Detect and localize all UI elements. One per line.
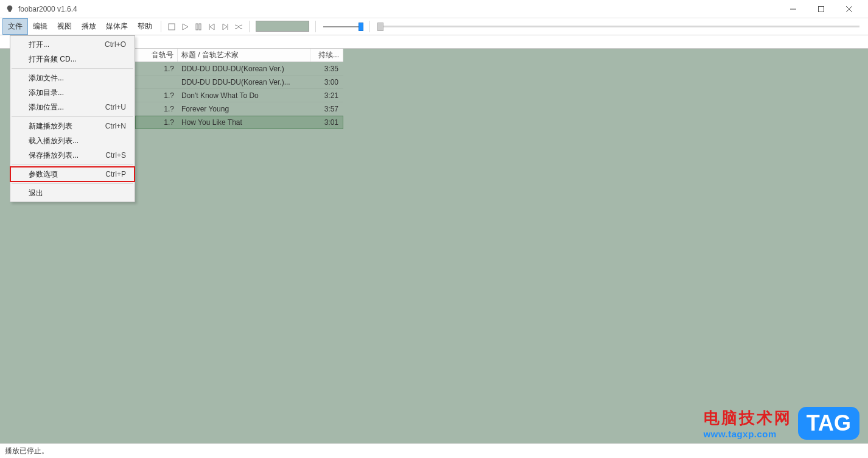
- next-button[interactable]: [219, 18, 232, 35]
- menu-item-shortcut: Ctrl+P: [105, 170, 126, 178]
- playlist-row[interactable]: DDU-DU DDU-DU(Korean Ver.)...3:00: [135, 76, 343, 89]
- cell-title: DDU-DU DDU-DU(Korean Ver.): [178, 65, 310, 73]
- svg-rect-6: [196, 24, 198, 30]
- menu-item-label: 添加文件...: [29, 73, 64, 83]
- menu-item-label: 添加位置...: [29, 102, 64, 113]
- toolbar-separator: [249, 21, 250, 32]
- prev-button[interactable]: [205, 18, 219, 35]
- menu-item-shortcut: Ctrl+N: [105, 122, 126, 130]
- file-menu-dropdown: 打开...Ctrl+O打开音频 CD...添加文件...添加目录...添加位置.…: [10, 35, 135, 202]
- cell-trackno: 1.?: [135, 91, 178, 100]
- menu-item-打开...[interactable]: 打开...Ctrl+O: [10, 37, 135, 52]
- cell-title: How You Like That: [178, 118, 310, 127]
- svg-rect-1: [819, 6, 824, 12]
- watermark-title: 电脑技术网: [704, 407, 792, 429]
- menu-文件[interactable]: 文件: [2, 18, 28, 35]
- menu-item-退出[interactable]: 退出: [10, 186, 135, 200]
- seekbar[interactable]: [377, 18, 859, 35]
- cell-duration: 3:57: [310, 105, 343, 113]
- menu-item-label: 参数选项: [29, 169, 58, 180]
- menu-帮助[interactable]: 帮助: [133, 18, 157, 35]
- menu-item-label: 保存播放列表...: [29, 150, 79, 161]
- menu-item-label: 载入播放列表...: [29, 136, 79, 146]
- maximize-button[interactable]: [807, 0, 835, 18]
- playlist-row[interactable]: 1.?How You Like That3:01: [135, 116, 343, 129]
- titlebar: foobar2000 v1.6.4: [0, 0, 868, 18]
- play-button[interactable]: [178, 18, 192, 35]
- playlist-row[interactable]: 1.?Don't Know What To Do3:21: [135, 89, 343, 102]
- menu-item-shortcut: Ctrl+O: [105, 40, 126, 49]
- watermark-tag: TAG: [798, 407, 859, 440]
- menu-媒体库[interactable]: 媒体库: [101, 18, 133, 35]
- cell-duration: 3:00: [310, 78, 343, 86]
- cell-duration: 3:35: [310, 65, 343, 73]
- menu-separator: [12, 68, 133, 69]
- menu-item-保存播放列表...[interactable]: 保存播放列表...Ctrl+S: [10, 148, 135, 163]
- menu-item-label: 打开音频 CD...: [29, 54, 77, 65]
- cell-duration: 3:01: [310, 118, 343, 127]
- menu-item-label: 退出: [29, 188, 43, 199]
- menu-播放[interactable]: 播放: [77, 18, 101, 35]
- pause-button[interactable]: [192, 18, 205, 35]
- menu-item-添加文件...[interactable]: 添加文件...: [10, 71, 135, 85]
- col-duration[interactable]: 持续...: [310, 49, 343, 62]
- menu-item-参数选项[interactable]: 参数选项Ctrl+P: [10, 167, 135, 181]
- minimize-button[interactable]: [779, 0, 807, 18]
- menubar: 文件编辑视图播放媒体库帮助: [0, 18, 868, 35]
- col-title[interactable]: 标题 / 音轨艺术家: [178, 49, 310, 62]
- playlist-row[interactable]: 1.?Forever Young3:57: [135, 102, 343, 116]
- playlist: 音轨号 标题 / 音轨艺术家 持续... 1.?DDU-DU DDU-DU(Ko…: [135, 49, 343, 129]
- playlist-row[interactable]: 1.?DDU-DU DDU-DU(Korean Ver.)3:35: [135, 62, 343, 76]
- menu-separator: [12, 164, 133, 165]
- menu-item-载入播放列表...[interactable]: 载入播放列表...: [10, 133, 135, 148]
- svg-marker-5: [183, 24, 188, 30]
- spectrum-display: [256, 21, 309, 32]
- toolbar-separator: [161, 21, 161, 32]
- menu-item-添加目录...[interactable]: 添加目录...: [10, 85, 135, 100]
- menu-编辑[interactable]: 编辑: [28, 18, 52, 35]
- svg-marker-10: [223, 24, 227, 30]
- status-text: 播放已停止。: [5, 446, 49, 456]
- app-icon: [5, 4, 15, 14]
- cell-title: DDU-DU DDU-DU(Korean Ver.)...: [178, 78, 310, 86]
- close-button[interactable]: [835, 0, 863, 18]
- menu-item-打开音频 CD...[interactable]: 打开音频 CD...: [10, 52, 135, 66]
- cell-title: Don't Know What To Do: [178, 91, 310, 100]
- menu-item-label: 打开...: [29, 40, 49, 50]
- watermark: 电脑技术网 www.tagxp.com TAG: [704, 407, 859, 440]
- stop-button[interactable]: [165, 18, 178, 35]
- menu-separator: [12, 116, 133, 117]
- menu-separator: [12, 183, 133, 184]
- window-title: foobar2000 v1.6.4: [18, 5, 77, 13]
- svg-rect-7: [199, 24, 201, 30]
- menu-item-新建播放列表[interactable]: 新建播放列表Ctrl+N: [10, 119, 135, 133]
- random-button[interactable]: [232, 18, 245, 35]
- volume-slider[interactable]: [323, 18, 362, 35]
- status-bar: 播放已停止。: [0, 443, 868, 458]
- cell-trackno: 1.?: [135, 65, 178, 73]
- menu-item-label: 添加目录...: [29, 88, 64, 98]
- menu-视图[interactable]: 视图: [52, 18, 77, 35]
- svg-marker-9: [210, 24, 214, 30]
- cell-trackno: 1.?: [135, 118, 178, 127]
- cell-trackno: 1.?: [135, 105, 178, 113]
- toolbar-separator: [315, 21, 316, 32]
- watermark-url: www.tagxp.com: [704, 429, 792, 439]
- cell-duration: 3:21: [310, 91, 343, 100]
- svg-rect-4: [169, 24, 175, 30]
- menu-item-shortcut: Ctrl+S: [105, 151, 126, 160]
- toolbar-separator: [369, 21, 370, 32]
- cell-title: Forever Young: [178, 105, 310, 113]
- menu-item-添加位置...[interactable]: 添加位置...Ctrl+U: [10, 100, 135, 114]
- menu-item-label: 新建播放列表: [29, 121, 72, 132]
- playlist-header[interactable]: 音轨号 标题 / 音轨艺术家 持续...: [135, 49, 343, 62]
- menu-item-shortcut: Ctrl+U: [105, 103, 126, 111]
- col-trackno[interactable]: 音轨号: [135, 49, 178, 62]
